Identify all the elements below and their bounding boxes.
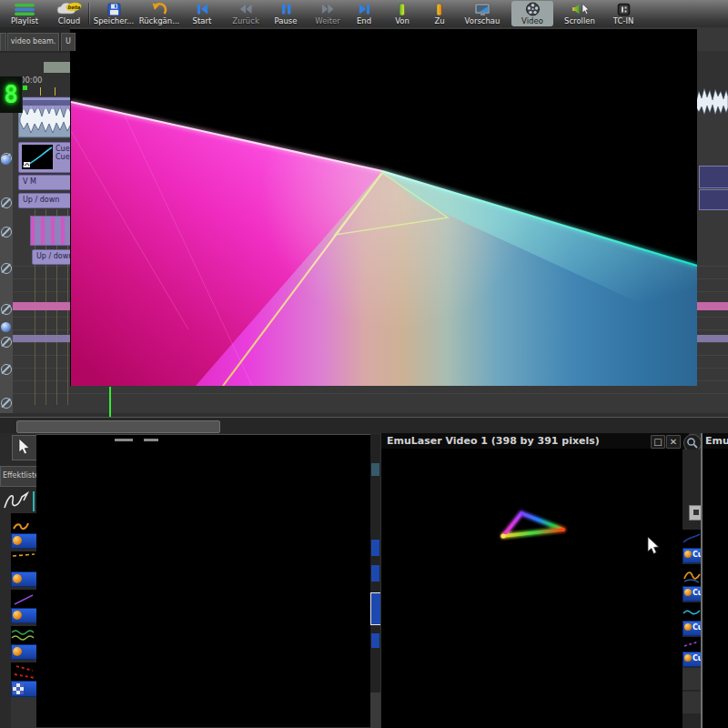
from-marker-icon (399, 2, 406, 16)
tab-video-beam[interactable]: video beam. (7, 33, 59, 51)
checker-icon (13, 683, 24, 694)
cue-item-bar[interactable] (11, 644, 38, 660)
start-button[interactable]: Start (184, 1, 220, 26)
cue-item-bar[interactable]: Cu (682, 621, 703, 636)
mute-icon[interactable] (1, 197, 12, 208)
cue-thumb-green-waves[interactable] (11, 626, 36, 644)
skip-end-icon (358, 2, 371, 16)
empty-cue-slot (370, 693, 380, 728)
orange-cue-icon (13, 536, 22, 545)
titlebar-grip (144, 439, 158, 441)
sphere-icon[interactable] (1, 155, 11, 165)
right-cue-block[interactable] (699, 189, 728, 210)
orange-cue-icon (13, 574, 22, 583)
cue-fragment[interactable] (371, 463, 379, 476)
tab-partial-left[interactable] (0, 33, 6, 51)
zu-button[interactable]: Zu (424, 1, 455, 26)
right-cue-block[interactable] (699, 166, 728, 188)
mouse-cursor (647, 537, 661, 556)
emu-window-title[interactable]: Emu (703, 433, 728, 449)
cue-item-bar[interactable]: Cu (682, 586, 703, 602)
pause-button[interactable]: Pause (268, 1, 304, 26)
hidden-cue-strip (370, 434, 380, 728)
marker-band (44, 62, 70, 73)
cue-fragment[interactable] (371, 540, 379, 556)
orange-cue-icon (13, 647, 22, 656)
von-button[interactable]: Von (386, 1, 419, 26)
empty-cue-slot (682, 668, 701, 690)
pause-icon (280, 2, 292, 16)
skip-start-icon (196, 2, 209, 16)
laser-triangle-preview (492, 503, 574, 554)
black-preview-window[interactable] (36, 434, 371, 727)
mute-icon[interactable] (1, 227, 12, 238)
maximize-button[interactable]: □ (651, 435, 665, 449)
emulaser-window-title[interactable]: EmuLaser Video 1 (398 by 391 pixels) (381, 433, 689, 449)
cue-fragment[interactable] (371, 565, 379, 581)
mute-icon[interactable] (1, 398, 12, 409)
cue-item-bar[interactable]: Cu (682, 548, 703, 563)
cue-item-bar[interactable] (11, 533, 38, 549)
scrollbar-handle[interactable] (16, 420, 220, 433)
forward-button[interactable]: Weiter (308, 1, 348, 26)
emulaser-video-window[interactable]: EmuLaser Video 1 (398 by 391 pixels) □ ✕ (380, 433, 683, 728)
beta-badge: beta (67, 5, 80, 10)
rewind-button[interactable]: Zurück (226, 1, 266, 26)
magnifier-icon (686, 437, 699, 450)
cue-item-bar[interactable]: Cu (682, 652, 703, 667)
led-counter: 8 (0, 76, 23, 113)
cue-thumb[interactable] (682, 637, 701, 652)
track-rail (0, 90, 13, 432)
undo-button[interactable]: Rückgän... (136, 1, 182, 26)
playlist-button[interactable]: Playlist (4, 1, 46, 26)
teal-accent (33, 491, 35, 511)
tool-glyph (693, 510, 699, 515)
sphere-icon[interactable] (1, 322, 11, 332)
cue-item-bar[interactable] (11, 571, 38, 587)
cue-thumbnail (22, 145, 53, 169)
cue-thumb[interactable] (682, 564, 701, 586)
vorschau-button[interactable]: Vorschau (459, 1, 506, 26)
cue-fragment[interactable] (371, 633, 379, 648)
close-button[interactable]: ✕ (666, 435, 681, 449)
orange-cue-icon (684, 623, 692, 631)
save-icon (107, 2, 121, 16)
cue-thumb[interactable] (682, 530, 701, 548)
scrollen-button[interactable]: Scrollen (557, 1, 602, 26)
mute-icon[interactable] (1, 304, 12, 315)
emu-video-window-2[interactable]: Emu (701, 433, 728, 728)
orange-cue-icon (684, 589, 692, 596)
cue-thumb-red-dashes[interactable] (11, 662, 36, 681)
mute-icon[interactable] (1, 337, 12, 348)
playlist-icon (14, 2, 35, 16)
titlebar-grip (115, 439, 133, 441)
to-marker-icon (436, 2, 443, 16)
mute-icon[interactable] (1, 364, 12, 375)
draw-tool-button[interactable] (2, 490, 31, 513)
squiggle-tool-icon (2, 490, 31, 513)
cue-thumb-orange-dashes[interactable] (11, 551, 36, 571)
horizontal-scrollbar[interactable] (0, 417, 728, 434)
cue-thumb-orange-squiggle[interactable] (11, 513, 36, 533)
tab-u[interactable]: U (61, 33, 76, 51)
save-button[interactable]: Speicher... (93, 1, 135, 26)
cloud-button[interactable]: beta Cloud (49, 1, 89, 26)
laser-show-editor: { "colors": { "toolbar_selected_bg": "#9… (0, 0, 728, 728)
ruler-timecode: 00:00 (20, 76, 43, 85)
speaker-cursor-icon (571, 2, 590, 16)
tc-in-button[interactable]: TC-IN (604, 1, 642, 26)
orange-cue-icon (684, 551, 692, 558)
orange-cue-icon (13, 611, 22, 620)
end-button[interactable]: End (348, 1, 380, 26)
cue-item-bar[interactable] (11, 681, 38, 697)
mute-icon[interactable] (1, 263, 12, 274)
video-preview-window[interactable] (70, 29, 697, 386)
preview-monitor-icon (474, 2, 491, 16)
timeline-playhead[interactable] (109, 387, 111, 417)
video-button[interactable]: Video (511, 1, 553, 26)
cue-thumb-purple-line[interactable] (11, 590, 36, 608)
select-tool-button[interactable] (12, 435, 37, 460)
bottom-section: Effektliste (0, 433, 728, 728)
cue-item-bar[interactable] (11, 608, 38, 623)
cue-thumb[interactable] (682, 602, 701, 621)
